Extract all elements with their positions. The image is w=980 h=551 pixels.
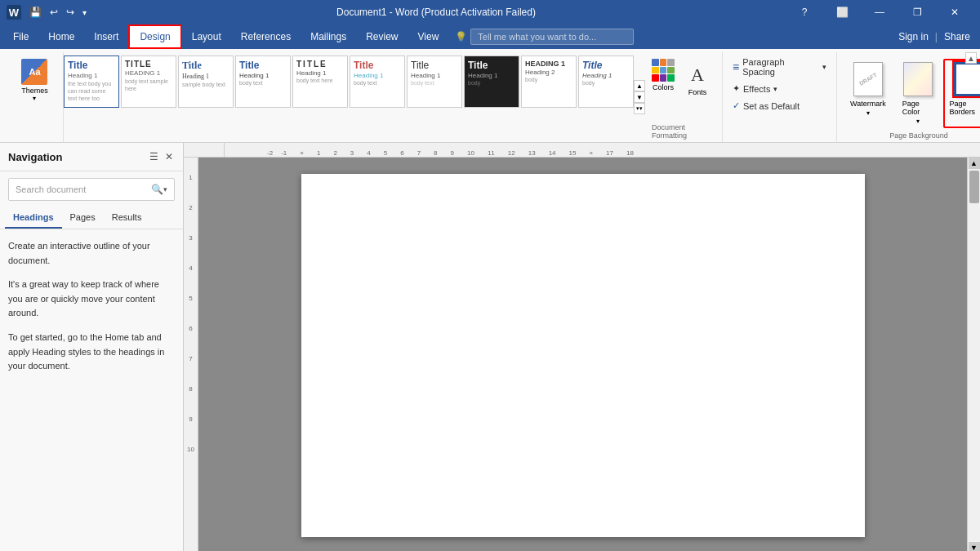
document-canvas[interactable] bbox=[198, 158, 967, 551]
gallery-items: Title Heading 1 the text body you can re… bbox=[64, 52, 634, 142]
menu-file[interactable]: File bbox=[3, 24, 38, 49]
share-button[interactable]: Share bbox=[944, 31, 970, 42]
scroll-track bbox=[968, 169, 980, 542]
ruler-17: 17 bbox=[599, 149, 620, 157]
theme-title-10: Title bbox=[582, 60, 630, 71]
theme-item-10[interactable]: Title Heading 1 body bbox=[578, 56, 634, 108]
scroll-thumb[interactable] bbox=[969, 171, 979, 203]
gallery-scroll-up[interactable]: ▲ bbox=[634, 80, 645, 91]
theme-item-6[interactable]: Title Heading 1 body text bbox=[350, 56, 405, 108]
ruler-corner bbox=[184, 143, 225, 157]
nav-menu-button[interactable]: ☰ bbox=[148, 149, 160, 164]
close-button[interactable]: ✕ bbox=[936, 0, 973, 24]
theme-heading-9: Heading 2 bbox=[525, 69, 572, 76]
ribbon-display-button[interactable]: ⬜ bbox=[823, 0, 861, 24]
ruler-marks: -2 -1 × 1 2 3 4 5 6 7 8 9 10 11 12 13 14… bbox=[225, 143, 640, 157]
nav-search-input[interactable] bbox=[16, 184, 151, 194]
ruler-5: 5 bbox=[377, 149, 394, 157]
help-button[interactable]: ? bbox=[786, 0, 823, 24]
nav-search-button[interactable]: 🔍 bbox=[151, 184, 163, 195]
tell-me-input[interactable] bbox=[470, 29, 634, 45]
nav-search-area: 🔍 ▾ bbox=[8, 178, 175, 201]
theme-title-8: Title bbox=[468, 60, 515, 71]
theme-item-9[interactable]: HEADING 1 Heading 2 body bbox=[521, 56, 577, 108]
theme-item-2[interactable]: TITLE HEADING 1 body text sample here bbox=[121, 56, 176, 108]
ruler-neg1: -1 bbox=[274, 149, 293, 157]
horizontal-ruler: -2 -1 × 1 2 3 4 5 6 7 8 9 10 11 12 13 14… bbox=[184, 143, 980, 158]
vertical-scrollbar[interactable]: ▲ ▼ bbox=[967, 158, 980, 551]
menu-mailings[interactable]: Mailings bbox=[301, 24, 356, 49]
redo-button[interactable]: ↪ bbox=[63, 5, 78, 20]
nav-tab-headings[interactable]: Headings bbox=[5, 207, 62, 229]
watermark-icon bbox=[853, 62, 883, 96]
themes-dropdown-icon: ▾ bbox=[33, 95, 36, 102]
search-lightbulb-icon: 💡 bbox=[455, 31, 467, 42]
theme-item-4[interactable]: Title Heading 1 body text bbox=[235, 56, 291, 108]
nav-search-dropdown[interactable]: ▾ bbox=[163, 185, 167, 193]
menu-references[interactable]: References bbox=[231, 24, 301, 49]
theme-item-1[interactable]: Title Heading 1 the text body you can re… bbox=[64, 56, 119, 108]
menu-review[interactable]: Review bbox=[356, 24, 408, 49]
theme-item-5[interactable]: TITLE Heading 1 body text here bbox=[292, 56, 348, 108]
scroll-up-button[interactable]: ▲ bbox=[969, 158, 980, 169]
page-color-button[interactable]: Page Color ▾ bbox=[896, 59, 940, 128]
vruler-1: 1 bbox=[189, 174, 192, 181]
menu-view[interactable]: View bbox=[408, 24, 449, 49]
ruler-7: 7 bbox=[411, 149, 427, 157]
sign-in-button[interactable]: Sign in bbox=[898, 31, 929, 42]
themes-button[interactable]: Themes ▾ bbox=[18, 56, 51, 105]
theme-heading-10: Heading 1 bbox=[582, 72, 630, 79]
page-color-dropdown-icon: ▾ bbox=[916, 118, 920, 125]
theme-title-1: Title bbox=[68, 60, 115, 71]
theme-body-2: body text sample here bbox=[125, 78, 172, 92]
ribbon-collapse-button[interactable]: ▲ bbox=[965, 52, 977, 64]
scroll-down-button[interactable]: ▼ bbox=[969, 542, 980, 551]
gallery-expand[interactable]: ▾▾ bbox=[634, 103, 645, 114]
nav-tab-results[interactable]: Results bbox=[104, 207, 150, 229]
effects-button[interactable]: ✦ Effects ▾ bbox=[729, 82, 830, 96]
minimize-button[interactable]: — bbox=[861, 0, 898, 24]
menu-layout[interactable]: Layout bbox=[182, 24, 231, 49]
nav-content-p2: It's a great way to keep track of where … bbox=[8, 278, 175, 321]
nav-tab-pages[interactable]: Pages bbox=[62, 207, 104, 229]
nav-content-p3: To get started, go to the Home tab and a… bbox=[8, 331, 175, 374]
ruler-11: 11 bbox=[481, 149, 501, 157]
fonts-button[interactable]: A Fonts bbox=[679, 59, 715, 100]
menu-home[interactable]: Home bbox=[38, 24, 84, 49]
vruler-5: 5 bbox=[189, 295, 192, 302]
theme-body-3: sample body text bbox=[182, 81, 229, 88]
watermark-button[interactable]: Watermark ▾ bbox=[844, 59, 893, 128]
gallery-scroll-down[interactable]: ▼ bbox=[634, 91, 645, 103]
menu-design[interactable]: Design bbox=[128, 24, 181, 49]
colors-button[interactable]: Colors bbox=[652, 59, 675, 100]
maximize-button[interactable]: ❐ bbox=[898, 0, 936, 24]
theme-heading-5: Heading 1 bbox=[296, 69, 344, 77]
themes-label: Themes bbox=[21, 87, 48, 95]
checkmark-icon: ✓ bbox=[733, 100, 740, 111]
theme-heading-8: Heading 1 bbox=[468, 72, 515, 79]
set-as-default-button[interactable]: ✓ Set as Default bbox=[729, 99, 830, 113]
save-button[interactable]: 💾 bbox=[26, 5, 45, 20]
page-borders-button[interactable]: Page Borders bbox=[943, 59, 980, 128]
page-borders-icon bbox=[954, 62, 980, 96]
paragraph-spacing-button[interactable]: ≡ Paragraph Spacing ▾ bbox=[729, 56, 830, 78]
paragraph-spacing-dropdown-icon: ▾ bbox=[822, 63, 826, 71]
ruler-9: 9 bbox=[444, 149, 461, 157]
vruler-6: 6 bbox=[189, 325, 192, 332]
document-page bbox=[301, 174, 865, 537]
nav-content: Create an interactive outline of your do… bbox=[0, 229, 183, 393]
watermark-label: Watermark bbox=[850, 100, 886, 108]
ruler-12: 12 bbox=[501, 149, 522, 157]
nav-close-button[interactable]: ✕ bbox=[163, 149, 175, 164]
theme-body-6: body text bbox=[354, 80, 401, 86]
theme-item-3[interactable]: Title Heading 1 sample body text bbox=[178, 56, 234, 108]
document-area: -2 -1 × 1 2 3 4 5 6 7 8 9 10 11 12 13 14… bbox=[184, 143, 980, 551]
theme-item-8[interactable]: Title Heading 1 body bbox=[464, 56, 519, 108]
ruler-1: 1 bbox=[310, 149, 327, 157]
menu-insert[interactable]: Insert bbox=[84, 24, 128, 49]
vruler-8: 8 bbox=[189, 385, 192, 393]
theme-title-5: TITLE bbox=[296, 60, 344, 69]
undo-button[interactable]: ↩ bbox=[47, 5, 61, 20]
theme-body-8: body bbox=[468, 80, 515, 86]
theme-item-7[interactable]: Title Heading 1 body text bbox=[407, 56, 462, 108]
